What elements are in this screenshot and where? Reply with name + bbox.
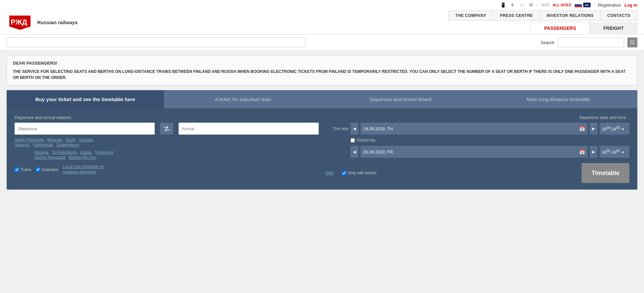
date-one-way-text: 19.09.2019, TH	[363, 126, 577, 131]
arrival-quick-links: Moskva St-Petersburg Kazan Volgograd Niz…	[15, 150, 319, 160]
tab-suburban[interactable]: A ticket for suburban train	[164, 90, 322, 109]
date-prev-button[interactable]: ◄	[351, 123, 359, 135]
calendar-icon-one-way[interactable]: 📅	[579, 126, 585, 131]
quick-link-sochi[interactable]: Sochi	[65, 138, 76, 142]
notice-box: DEAR PASSENGERS! THE SERVICE FOR SELECTI…	[7, 55, 637, 86]
nav-top: THE COMPANY PRESS CENTRE INVESTOR RELATI…	[449, 11, 637, 21]
quick-link-ekaterinburg[interactable]: Ekaterinburg	[56, 143, 79, 147]
offer-link[interactable]: Offer	[325, 171, 334, 175]
search-bar: Search	[0, 35, 644, 50]
tab-freight[interactable]: FREIGHT	[590, 23, 637, 34]
date-return-text: 20.09.2019, FR	[363, 149, 577, 154]
checkboxes-row: Trains Subtrains Local train timetable o…	[15, 164, 319, 175]
return-date-row: ◄ 20.09.2019, FR 📅 ► 0000-2400 ◀	[325, 146, 629, 158]
stations-row	[15, 123, 319, 135]
quick-link-volgograd[interactable]: Volgograd	[95, 150, 114, 155]
top-bar-icons: 📱 ✛ ⌂ ✉ | RSS ALL SITES	[500, 2, 571, 8]
one-way-row: One way ◄ 19.09.2019, TH 📅 ► 0000-2400 ◀	[325, 123, 629, 135]
nav-btn-press-centre[interactable]: PRESS CENTRE	[493, 11, 540, 21]
time-return-arrow-icon[interactable]: ◀	[621, 150, 624, 154]
top-bar: 📱 ✛ ⌂ ✉ | RSS ALL SITES EN | Registratio…	[0, 0, 644, 10]
widget-tabs: Buy your ticket and see the timetable he…	[7, 90, 637, 109]
quick-link-kazan[interactable]: Kazan	[80, 150, 92, 155]
return-date-prev-button[interactable]: ◄	[351, 146, 359, 158]
timetable-button[interactable]: Timetable	[582, 163, 629, 183]
time-return-text: 0000-2400	[602, 149, 620, 155]
all-sites-link[interactable]: ALL SITES	[552, 3, 571, 7]
only-tickets-checkbox[interactable]	[342, 171, 346, 175]
svg-line-2	[633, 43, 634, 44]
main-content-row: Departure and arrival stations Sankt-Pet…	[15, 115, 629, 183]
search-input-right[interactable]	[558, 37, 624, 47]
quick-link-moscow[interactable]: Moscow	[47, 138, 63, 142]
time-arrow-icon[interactable]: ◀	[621, 127, 624, 131]
nav-bottom: PASSENGERS FREIGHT	[78, 23, 637, 34]
date-one-way-display[interactable]: 19.09.2019, TH 📅	[361, 123, 588, 135]
settings-icon[interactable]: ✛	[510, 2, 516, 8]
quick-link-moskva[interactable]: Moskva	[35, 150, 49, 155]
quick-link-rostov[interactable]: Rostov-On-Don	[69, 155, 96, 160]
time-one-way-display[interactable]: 0000-2400 ◀	[600, 123, 629, 135]
svg-text:РЖД: РЖД	[11, 18, 27, 26]
rzd-logo[interactable]: РЖД	[7, 14, 33, 30]
notice-title: DEAR PASSENGERS!	[13, 60, 631, 67]
bottom-action-row: Offer Only with tickets Timetable	[325, 163, 629, 183]
search-label: Search	[541, 40, 554, 45]
tab-long-distance[interactable]: Main long-distance timetable	[480, 90, 637, 109]
language-flags: EN	[575, 3, 591, 7]
nav-btn-contacts[interactable]: CONTACTS	[600, 11, 637, 21]
widget-content: Departure and arrival stations Sankt-Pet…	[7, 108, 637, 190]
local-timetable-link[interactable]: Local train timetable on roadway directi…	[63, 164, 106, 175]
notice-body: THE SERVICE FOR SELECTING SEATS AND BERT…	[13, 69, 631, 81]
mobile-icon[interactable]: 📱	[500, 2, 506, 8]
quick-link-spb[interactable]: Sankt-Peterburg	[15, 138, 45, 142]
time-return-display[interactable]: 0000-2400 ◀	[600, 146, 629, 158]
departure-input[interactable]	[15, 123, 155, 135]
departure-section-label: Departure and arrival stations	[15, 115, 319, 120]
subtrains-checkbox[interactable]	[36, 167, 40, 172]
quick-link-samara[interactable]: Samara	[79, 138, 94, 142]
search-icon	[630, 40, 635, 45]
date-next-button[interactable]: ►	[590, 123, 598, 135]
round-trip-row: Round trip	[325, 138, 629, 143]
rss-label[interactable]: RSS	[542, 3, 549, 7]
date-section-label: Departure date and time	[325, 115, 629, 120]
login-link[interactable]: Log in	[624, 3, 637, 8]
calendar-icon-return[interactable]: 📅	[579, 149, 585, 154]
home-icon[interactable]: ⌂	[519, 2, 525, 8]
nav-btn-investor-relations[interactable]: INVESTOR RELATIONS	[539, 11, 601, 21]
tab-passengers[interactable]: PASSENGERS	[530, 23, 590, 34]
one-way-label: One way	[325, 126, 349, 131]
quick-link-kaliningrad[interactable]: Kaliningrad	[33, 143, 54, 147]
quick-link-saransk[interactable]: Saransk	[15, 143, 30, 147]
return-date-next-button[interactable]: ►	[590, 146, 598, 158]
right-column: Departure date and time One way ◄ 19.09.…	[325, 115, 629, 183]
arrival-input[interactable]	[179, 123, 319, 135]
time-one-way-text: 0000-2400	[602, 126, 620, 132]
nav-btn-the-company[interactable]: THE COMPANY	[448, 11, 493, 21]
logo-text: Russian railways	[37, 20, 78, 25]
only-tickets-label[interactable]: Only with tickets	[342, 171, 376, 175]
flag-russian[interactable]	[575, 3, 582, 7]
svg-point-1	[630, 40, 634, 44]
tab-buy-ticket[interactable]: Buy your ticket and see the timetable he…	[7, 90, 164, 109]
nav-area: THE COMPANY PRESS CENTRE INVESTOR RELATI…	[78, 10, 637, 34]
quick-link-nizhny[interactable]: Nizhny Novgorod	[35, 155, 66, 160]
search-button[interactable]	[627, 37, 637, 47]
header: РЖД Russian railways THE COMPANY PRESS C…	[0, 10, 644, 35]
departure-quick-links: Sankt-Peterburg Moscow Sochi Samara Sara…	[15, 137, 319, 147]
mail-icon[interactable]: ✉	[528, 2, 534, 8]
trains-checkbox[interactable]	[15, 167, 19, 172]
swap-button[interactable]	[160, 123, 173, 135]
register-link[interactable]: Registration	[598, 3, 621, 8]
date-return-display[interactable]: 20.09.2019, FR 📅	[361, 146, 588, 158]
logo-area: РЖД Russian railways	[7, 10, 78, 34]
subtrains-checkbox-label[interactable]: Subtrains	[36, 167, 58, 172]
flag-english[interactable]: EN	[583, 3, 591, 7]
main-search-input[interactable]	[7, 37, 305, 47]
main-widget: Buy your ticket and see the timetable he…	[7, 90, 637, 190]
round-trip-checkbox[interactable]	[351, 138, 355, 143]
quick-link-st-petersburg[interactable]: St-Petersburg	[52, 150, 77, 155]
tab-departure-board[interactable]: Departure and Arrival Board	[322, 90, 480, 109]
trains-checkbox-label[interactable]: Trains	[15, 167, 31, 172]
